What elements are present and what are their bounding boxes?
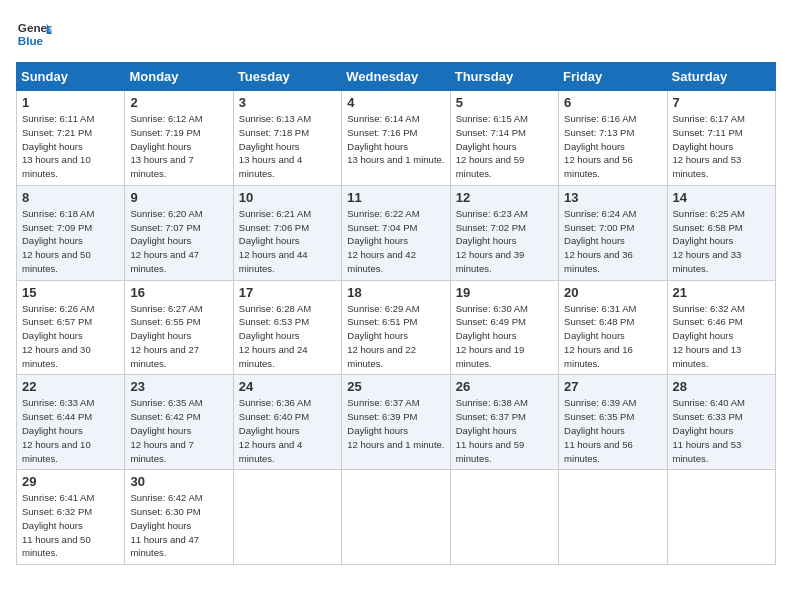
calendar-cell: 4 Sunrise: 6:14 AM Sunset: 7:16 PM Dayli…: [342, 91, 450, 186]
calendar-week-row: 29 Sunrise: 6:41 AM Sunset: 6:32 PM Dayl…: [17, 470, 776, 565]
calendar-cell: 10 Sunrise: 6:21 AM Sunset: 7:06 PM Dayl…: [233, 185, 341, 280]
day-info: Sunrise: 6:12 AM Sunset: 7:19 PM Dayligh…: [130, 112, 227, 181]
day-number: 17: [239, 285, 336, 300]
calendar-cell: [559, 470, 667, 565]
day-info: Sunrise: 6:15 AM Sunset: 7:14 PM Dayligh…: [456, 112, 553, 181]
calendar-cell: 19 Sunrise: 6:30 AM Sunset: 6:49 PM Dayl…: [450, 280, 558, 375]
day-info: Sunrise: 6:13 AM Sunset: 7:18 PM Dayligh…: [239, 112, 336, 181]
calendar-table: SundayMondayTuesdayWednesdayThursdayFrid…: [16, 62, 776, 565]
day-info: Sunrise: 6:37 AM Sunset: 6:39 PM Dayligh…: [347, 396, 444, 451]
day-info: Sunrise: 6:39 AM Sunset: 6:35 PM Dayligh…: [564, 396, 661, 465]
day-info: Sunrise: 6:30 AM Sunset: 6:49 PM Dayligh…: [456, 302, 553, 371]
calendar-cell: 15 Sunrise: 6:26 AM Sunset: 6:57 PM Dayl…: [17, 280, 125, 375]
calendar-cell: 11 Sunrise: 6:22 AM Sunset: 7:04 PM Dayl…: [342, 185, 450, 280]
day-number: 10: [239, 190, 336, 205]
calendar-week-row: 15 Sunrise: 6:26 AM Sunset: 6:57 PM Dayl…: [17, 280, 776, 375]
day-number: 18: [347, 285, 444, 300]
day-number: 8: [22, 190, 119, 205]
day-number: 25: [347, 379, 444, 394]
day-number: 14: [673, 190, 770, 205]
day-number: 21: [673, 285, 770, 300]
calendar-cell: 28 Sunrise: 6:40 AM Sunset: 6:33 PM Dayl…: [667, 375, 775, 470]
calendar-cell: 20 Sunrise: 6:31 AM Sunset: 6:48 PM Dayl…: [559, 280, 667, 375]
weekday-header-tuesday: Tuesday: [233, 63, 341, 91]
calendar-cell: 1 Sunrise: 6:11 AM Sunset: 7:21 PM Dayli…: [17, 91, 125, 186]
calendar-cell: 12 Sunrise: 6:23 AM Sunset: 7:02 PM Dayl…: [450, 185, 558, 280]
day-number: 22: [22, 379, 119, 394]
day-info: Sunrise: 6:31 AM Sunset: 6:48 PM Dayligh…: [564, 302, 661, 371]
day-info: Sunrise: 6:21 AM Sunset: 7:06 PM Dayligh…: [239, 207, 336, 276]
day-number: 2: [130, 95, 227, 110]
day-number: 23: [130, 379, 227, 394]
weekday-header-friday: Friday: [559, 63, 667, 91]
day-info: Sunrise: 6:20 AM Sunset: 7:07 PM Dayligh…: [130, 207, 227, 276]
calendar-cell: 27 Sunrise: 6:39 AM Sunset: 6:35 PM Dayl…: [559, 375, 667, 470]
day-info: Sunrise: 6:11 AM Sunset: 7:21 PM Dayligh…: [22, 112, 119, 181]
weekday-header-sunday: Sunday: [17, 63, 125, 91]
day-info: Sunrise: 6:16 AM Sunset: 7:13 PM Dayligh…: [564, 112, 661, 181]
day-info: Sunrise: 6:22 AM Sunset: 7:04 PM Dayligh…: [347, 207, 444, 276]
day-number: 24: [239, 379, 336, 394]
calendar-cell: 14 Sunrise: 6:25 AM Sunset: 6:58 PM Dayl…: [667, 185, 775, 280]
day-info: Sunrise: 6:27 AM Sunset: 6:55 PM Dayligh…: [130, 302, 227, 371]
calendar-cell: 22 Sunrise: 6:33 AM Sunset: 6:44 PM Dayl…: [17, 375, 125, 470]
day-number: 30: [130, 474, 227, 489]
calendar-cell: [342, 470, 450, 565]
day-info: Sunrise: 6:14 AM Sunset: 7:16 PM Dayligh…: [347, 112, 444, 167]
day-number: 13: [564, 190, 661, 205]
logo: General Blue: [16, 16, 52, 52]
day-number: 27: [564, 379, 661, 394]
weekday-header-row: SundayMondayTuesdayWednesdayThursdayFrid…: [17, 63, 776, 91]
calendar-cell: 18 Sunrise: 6:29 AM Sunset: 6:51 PM Dayl…: [342, 280, 450, 375]
day-number: 6: [564, 95, 661, 110]
day-info: Sunrise: 6:29 AM Sunset: 6:51 PM Dayligh…: [347, 302, 444, 371]
calendar-cell: 17 Sunrise: 6:28 AM Sunset: 6:53 PM Dayl…: [233, 280, 341, 375]
day-info: Sunrise: 6:26 AM Sunset: 6:57 PM Dayligh…: [22, 302, 119, 371]
day-number: 29: [22, 474, 119, 489]
calendar-cell: [233, 470, 341, 565]
day-info: Sunrise: 6:42 AM Sunset: 6:30 PM Dayligh…: [130, 491, 227, 560]
day-number: 5: [456, 95, 553, 110]
day-info: Sunrise: 6:40 AM Sunset: 6:33 PM Dayligh…: [673, 396, 770, 465]
weekday-header-saturday: Saturday: [667, 63, 775, 91]
day-info: Sunrise: 6:35 AM Sunset: 6:42 PM Dayligh…: [130, 396, 227, 465]
day-info: Sunrise: 6:36 AM Sunset: 6:40 PM Dayligh…: [239, 396, 336, 465]
day-info: Sunrise: 6:18 AM Sunset: 7:09 PM Dayligh…: [22, 207, 119, 276]
day-number: 19: [456, 285, 553, 300]
day-number: 1: [22, 95, 119, 110]
calendar-week-row: 1 Sunrise: 6:11 AM Sunset: 7:21 PM Dayli…: [17, 91, 776, 186]
day-number: 28: [673, 379, 770, 394]
calendar-cell: 23 Sunrise: 6:35 AM Sunset: 6:42 PM Dayl…: [125, 375, 233, 470]
day-number: 12: [456, 190, 553, 205]
weekday-header-monday: Monday: [125, 63, 233, 91]
day-info: Sunrise: 6:33 AM Sunset: 6:44 PM Dayligh…: [22, 396, 119, 465]
day-number: 26: [456, 379, 553, 394]
weekday-header-thursday: Thursday: [450, 63, 558, 91]
day-number: 11: [347, 190, 444, 205]
calendar-cell: 3 Sunrise: 6:13 AM Sunset: 7:18 PM Dayli…: [233, 91, 341, 186]
calendar-cell: 16 Sunrise: 6:27 AM Sunset: 6:55 PM Dayl…: [125, 280, 233, 375]
weekday-header-wednesday: Wednesday: [342, 63, 450, 91]
logo-icon: General Blue: [16, 16, 52, 52]
day-info: Sunrise: 6:17 AM Sunset: 7:11 PM Dayligh…: [673, 112, 770, 181]
day-info: Sunrise: 6:23 AM Sunset: 7:02 PM Dayligh…: [456, 207, 553, 276]
day-number: 7: [673, 95, 770, 110]
calendar-cell: 5 Sunrise: 6:15 AM Sunset: 7:14 PM Dayli…: [450, 91, 558, 186]
calendar-cell: 29 Sunrise: 6:41 AM Sunset: 6:32 PM Dayl…: [17, 470, 125, 565]
day-info: Sunrise: 6:28 AM Sunset: 6:53 PM Dayligh…: [239, 302, 336, 371]
calendar-cell: 13 Sunrise: 6:24 AM Sunset: 7:00 PM Dayl…: [559, 185, 667, 280]
calendar-cell: 21 Sunrise: 6:32 AM Sunset: 6:46 PM Dayl…: [667, 280, 775, 375]
calendar-cell: 25 Sunrise: 6:37 AM Sunset: 6:39 PM Dayl…: [342, 375, 450, 470]
calendar-cell: [450, 470, 558, 565]
day-info: Sunrise: 6:25 AM Sunset: 6:58 PM Dayligh…: [673, 207, 770, 276]
calendar-cell: 30 Sunrise: 6:42 AM Sunset: 6:30 PM Dayl…: [125, 470, 233, 565]
calendar-week-row: 22 Sunrise: 6:33 AM Sunset: 6:44 PM Dayl…: [17, 375, 776, 470]
calendar-cell: 24 Sunrise: 6:36 AM Sunset: 6:40 PM Dayl…: [233, 375, 341, 470]
svg-text:Blue: Blue: [18, 34, 44, 47]
day-number: 9: [130, 190, 227, 205]
day-number: 4: [347, 95, 444, 110]
calendar-cell: [667, 470, 775, 565]
calendar-cell: 9 Sunrise: 6:20 AM Sunset: 7:07 PM Dayli…: [125, 185, 233, 280]
day-info: Sunrise: 6:24 AM Sunset: 7:00 PM Dayligh…: [564, 207, 661, 276]
calendar-cell: 7 Sunrise: 6:17 AM Sunset: 7:11 PM Dayli…: [667, 91, 775, 186]
